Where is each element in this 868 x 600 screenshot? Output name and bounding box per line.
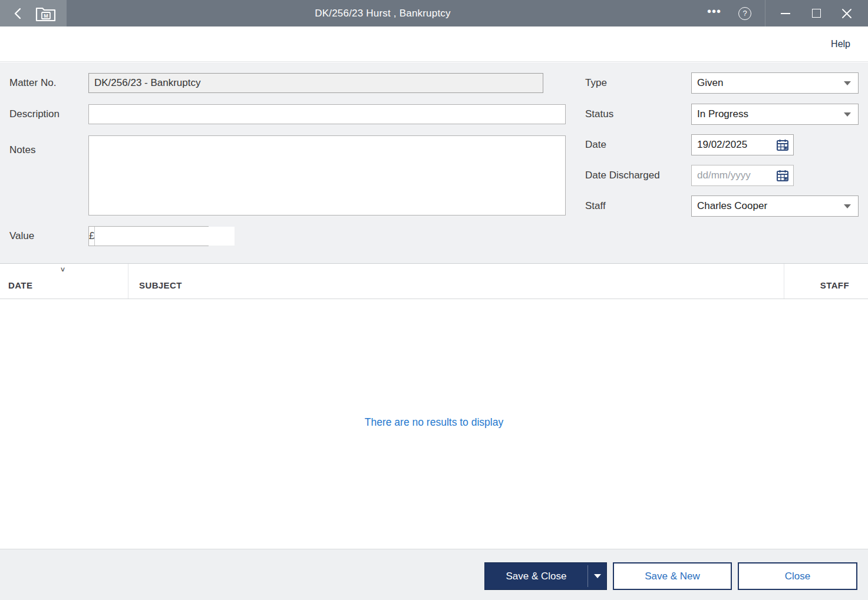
save-new-button[interactable]: Save & New <box>613 562 732 590</box>
caret-down-icon <box>594 574 601 578</box>
empty-results-message: There are no results to display <box>0 416 868 429</box>
matter-no-label: Matter No. <box>9 73 56 93</box>
matter-no-input[interactable] <box>88 73 543 93</box>
column-header-subject[interactable]: SUBJECT <box>128 264 784 299</box>
notes-textarea[interactable] <box>88 135 566 216</box>
calendar-icon[interactable] <box>776 138 789 151</box>
close-button[interactable]: Close <box>738 562 857 590</box>
help-button[interactable]: ? <box>730 0 760 26</box>
close-window-button[interactable] <box>831 0 862 26</box>
close-icon <box>842 9 852 18</box>
subtoolbar: Help <box>0 26 868 62</box>
status-dropdown[interactable]: In Progress <box>691 104 859 125</box>
form-section: Matter No. Description Notes Value £ Typ… <box>0 62 868 263</box>
matter-folder-icon[interactable]: M <box>35 5 57 22</box>
svg-text:M: M <box>44 13 49 19</box>
help-link[interactable]: Help <box>831 26 850 62</box>
type-dropdown-value: Given <box>697 77 723 89</box>
titlebar-left-segment: M <box>0 0 67 26</box>
calendar-icon[interactable] <box>776 169 789 182</box>
status-dropdown-value: In Progress <box>697 108 748 120</box>
staff-dropdown[interactable]: Charles Cooper <box>691 195 859 217</box>
date-field <box>691 134 794 155</box>
value-field-group: £ <box>88 226 209 246</box>
column-header-staff-label: STAFF <box>820 280 849 290</box>
column-header-subject-label: SUBJECT <box>139 280 182 290</box>
value-label: Value <box>9 226 34 246</box>
results-grid-header: DATE ˅ SUBJECT STAFF <box>0 263 868 299</box>
title-zone: DK/256/23 Hurst , Bankruptcy <box>67 0 699 26</box>
type-dropdown[interactable]: Given <box>691 72 859 94</box>
ellipsis-icon: ••• <box>707 8 721 19</box>
save-close-dropdown-button[interactable] <box>588 563 606 589</box>
maximize-icon <box>812 9 821 18</box>
value-input[interactable] <box>95 227 235 246</box>
date-input[interactable] <box>692 139 761 151</box>
column-header-date-label: DATE <box>8 280 32 290</box>
minimize-button[interactable] <box>770 0 801 26</box>
minimize-icon <box>781 13 790 14</box>
save-close-split-button: Save & Close <box>484 562 607 590</box>
column-header-date[interactable]: DATE ˅ <box>0 264 128 299</box>
description-input[interactable] <box>88 104 566 124</box>
currency-symbol: £ <box>89 227 95 246</box>
chevron-down-icon <box>844 112 851 117</box>
sort-chevron-icon[interactable]: ˅ <box>61 266 65 274</box>
save-close-button[interactable]: Save & Close <box>485 563 588 589</box>
notes-label: Notes <box>9 140 35 160</box>
results-body: There are no results to display <box>0 300 868 549</box>
chevron-down-icon <box>844 81 851 85</box>
footer-bar: Save & Close Save & New Close <box>0 549 868 600</box>
status-label: Status <box>585 104 613 124</box>
type-label: Type <box>585 73 607 93</box>
staff-label: Staff <box>585 196 606 216</box>
date-label: Date <box>585 135 606 155</box>
titlebar-controls: ••• ? <box>699 0 868 26</box>
column-header-staff[interactable]: STAFF <box>784 264 868 299</box>
titlebar-divider <box>765 0 765 26</box>
date-discharged-field <box>691 165 794 186</box>
more-options-button[interactable]: ••• <box>699 0 730 26</box>
chevron-down-icon <box>844 204 851 208</box>
titlebar: M DK/256/23 Hurst , Bankruptcy ••• ? <box>0 0 868 26</box>
description-label: Description <box>9 104 60 124</box>
back-button[interactable] <box>9 5 26 22</box>
staff-dropdown-value: Charles Cooper <box>697 200 767 212</box>
date-discharged-input[interactable] <box>692 170 761 181</box>
date-discharged-label: Date Discharged <box>585 165 660 185</box>
maximize-button[interactable] <box>801 0 831 26</box>
record-window: M DK/256/23 Hurst , Bankruptcy ••• ? Hel… <box>0 0 868 600</box>
window-title: DK/256/23 Hurst , Bankruptcy <box>315 8 451 19</box>
question-circle-icon: ? <box>738 7 751 20</box>
